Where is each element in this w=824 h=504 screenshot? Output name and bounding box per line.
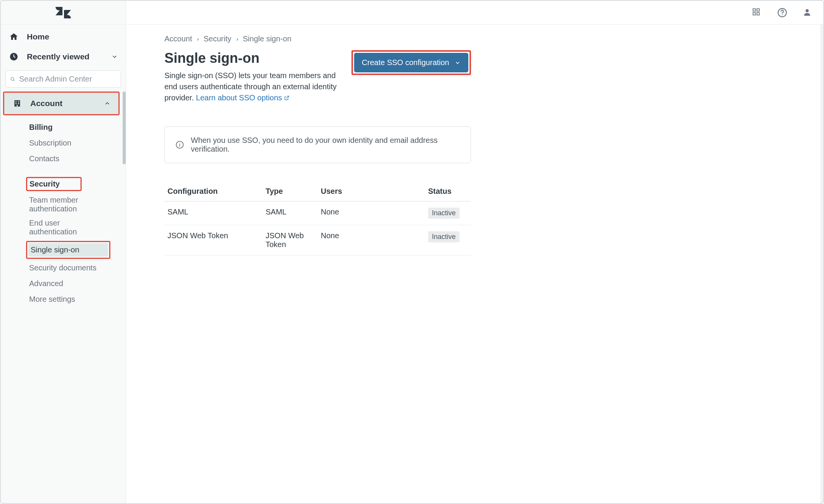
table-header-configuration: Configuration (164, 182, 263, 201)
table-header-row: Configuration Type Users Status (164, 182, 471, 201)
page-header-left: Single sign-on Single sign-on (SSO) lets… (164, 50, 342, 103)
sidebar-scroll[interactable]: Account Billing Subscription Contacts Se… (1, 92, 126, 503)
highlight-single-sign-on: Single sign-on (26, 241, 110, 259)
sidebar-scrollbar-thumb[interactable] (123, 92, 126, 164)
sidebar-item-end-user-auth[interactable]: End user authentication (29, 218, 106, 237)
svg-point-1 (11, 77, 14, 80)
sidebar-search-wrap (1, 67, 126, 92)
table-header-status: Status (425, 182, 471, 201)
help-icon[interactable] (777, 8, 787, 18)
sidebar-item-recently-viewed[interactable]: Recently viewed (1, 47, 126, 67)
info-banner: When you use SSO, you need to do your ow… (164, 126, 471, 163)
page-title: Single sign-on (164, 50, 342, 66)
sidebar-item-single-sign-on[interactable]: Single sign-on (28, 243, 108, 257)
svg-point-14 (782, 14, 783, 15)
highlight-account: Account (3, 92, 120, 115)
sidebar-item-subscription[interactable]: Subscription (29, 138, 123, 148)
table-row[interactable]: SAML SAML None Inactive (164, 201, 471, 225)
sidebar-item-billing[interactable]: Billing (29, 122, 123, 133)
sidebar-section-account[interactable]: Account (4, 93, 118, 114)
external-link-icon (284, 95, 289, 101)
sidebar-item-team-member-auth[interactable]: Team member authentication (29, 195, 106, 214)
sidebar-group-label-security[interactable]: Security (30, 178, 64, 190)
svg-rect-12 (757, 12, 759, 15)
cell-configuration: SAML (164, 201, 263, 225)
create-sso-configuration-button[interactable]: Create SSO configuration (354, 53, 468, 72)
svg-rect-10 (757, 8, 759, 11)
sidebar: Home Recently viewed (1, 1, 126, 503)
sidebar-item-security-documents[interactable]: Security documents (29, 263, 123, 273)
brand-logo-area (1, 1, 126, 25)
svg-line-2 (13, 80, 15, 81)
zendesk-logo-icon (56, 7, 71, 18)
info-banner-text: When you use SSO, you need to do your ow… (191, 136, 460, 154)
sidebar-item-label: Home (27, 32, 118, 41)
sso-config-table: Configuration Type Users Status SAML SAM… (164, 182, 471, 255)
profile-icon[interactable] (803, 8, 813, 18)
table-row[interactable]: JSON Web Token JSON Web Token None Inact… (164, 225, 471, 255)
cell-status: Inactive (425, 201, 471, 225)
breadcrumb: Account Security Single sign-on (164, 34, 471, 43)
sidebar-search[interactable] (5, 70, 121, 88)
page-header: Single sign-on Single sign-on (SSO) lets… (164, 50, 471, 103)
content-scroll[interactable]: Account Security Single sign-on Single s… (126, 25, 823, 503)
svg-rect-8 (17, 105, 18, 107)
status-badge: Inactive (428, 208, 460, 219)
info-icon (176, 141, 184, 149)
building-icon (12, 99, 23, 108)
svg-rect-7 (18, 103, 19, 104)
highlight-security: Security (26, 177, 82, 191)
learn-more-link[interactable]: Learn about SSO options (196, 93, 289, 102)
svg-rect-9 (753, 8, 755, 11)
learn-more-link-label: Learn about SSO options (196, 93, 282, 102)
content: Account Security Single sign-on Single s… (126, 25, 509, 271)
cell-type: JSON Web Token (263, 225, 318, 255)
sidebar-item-more-settings[interactable]: More settings (29, 294, 123, 304)
sidebar-item-contacts[interactable]: Contacts (29, 154, 123, 164)
breadcrumb-current: Single sign-on (243, 34, 292, 43)
chevron-up-icon (104, 100, 111, 107)
home-icon (8, 32, 19, 41)
table-header-users: Users (318, 182, 425, 201)
svg-rect-5 (18, 101, 19, 103)
svg-rect-11 (753, 12, 755, 15)
main: Account Security Single sign-on Single s… (126, 1, 823, 503)
sidebar-item-home[interactable]: Home (1, 27, 126, 47)
status-badge: Inactive (428, 231, 460, 242)
sidebar-item-label: Recently viewed (27, 52, 103, 61)
sidebar-group-security: Security Team member authentication End … (29, 177, 123, 304)
sidebar-item-advanced[interactable]: Advanced (29, 278, 123, 289)
chevron-down-icon (455, 60, 461, 66)
cell-users: None (318, 201, 425, 225)
svg-rect-6 (15, 103, 16, 104)
sidebar-static-nav: Home Recently viewed (1, 25, 126, 67)
breadcrumb-security[interactable]: Security (204, 34, 231, 43)
search-input[interactable] (19, 75, 116, 83)
app-root: Home Recently viewed (0, 0, 824, 504)
breadcrumb-account[interactable]: Account (164, 34, 192, 43)
chevron-right-icon (196, 34, 200, 43)
cell-users: None (318, 225, 425, 255)
cell-configuration: JSON Web Token (164, 225, 263, 255)
page-description: Single sign-on (SSO) lets your team memb… (164, 70, 342, 103)
search-icon (10, 75, 15, 83)
sidebar-section-label: Account (30, 99, 96, 108)
clock-icon (8, 52, 19, 61)
chevron-right-icon (235, 34, 239, 43)
apps-icon[interactable] (752, 8, 762, 18)
table-header-type: Type (263, 182, 318, 201)
topbar (126, 1, 823, 25)
svg-point-18 (179, 143, 180, 144)
chevron-down-icon (111, 53, 118, 60)
sidebar-subitems: Billing Subscription Contacts Security T… (1, 115, 123, 308)
svg-point-15 (806, 9, 809, 12)
highlight-create-button: Create SSO configuration (351, 50, 471, 75)
create-button-label: Create SSO configuration (362, 58, 449, 67)
svg-rect-4 (15, 101, 16, 103)
cell-type: SAML (263, 201, 318, 225)
cell-status: Inactive (425, 225, 471, 255)
